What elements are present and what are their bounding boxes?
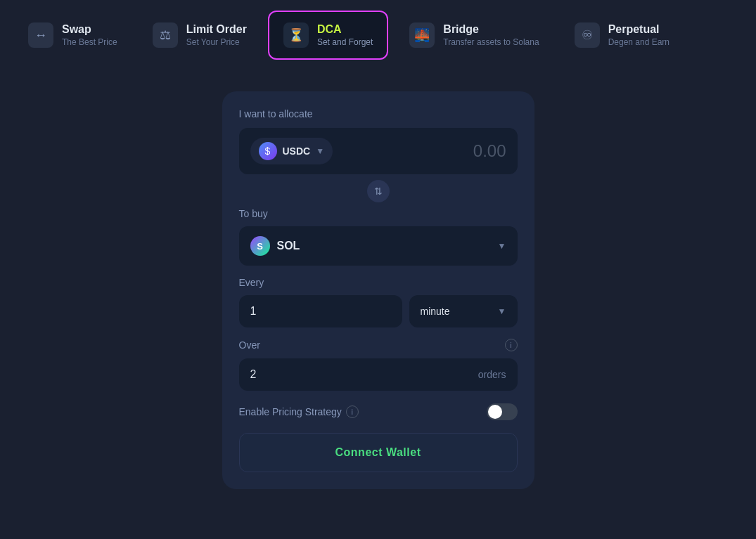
from-token-chevron: ▼ — [316, 146, 324, 156]
connect-wallet-button[interactable]: Connect Wallet — [239, 433, 518, 472]
allocate-label: I want to allocate — [239, 108, 518, 119]
swap-title: Swap — [62, 23, 117, 36]
nav-item-swap[interactable]: ↔ Swap The Best Price — [14, 11, 132, 60]
every-unit-label: minute — [421, 306, 450, 317]
perpetual-icon: ♾ — [575, 22, 600, 48]
pricing-info-icon[interactable]: i — [346, 405, 359, 418]
every-number-input[interactable] — [239, 295, 402, 327]
usdc-icon: $ — [259, 142, 277, 160]
nav-item-limit-order[interactable]: ⚖ Limit Order Set Your Price — [139, 11, 261, 60]
dca-form-card: I want to allocate $ USDC ▼ 0.00 ⇅ To bu… — [222, 91, 534, 489]
swap-arrow-row: ⇅ — [239, 180, 518, 202]
swap-subtitle: The Best Price — [62, 37, 117, 47]
from-token-selector[interactable]: $ USDC ▼ — [250, 138, 333, 164]
every-row: minute ▼ — [239, 295, 518, 327]
pricing-label: Enable Pricing Strategy — [239, 406, 342, 417]
nav-item-perpetual[interactable]: ♾ Perpetual Degen and Earn — [560, 11, 684, 60]
dca-title: DCA — [317, 23, 373, 36]
swap-icon: ↔ — [28, 22, 53, 48]
main-content: I want to allocate $ USDC ▼ 0.00 ⇅ To bu… — [0, 70, 756, 489]
bridge-icon: 🌉 — [409, 22, 435, 48]
to-token-symbol: SOL — [277, 240, 300, 252]
dca-icon: ⏳ — [283, 22, 309, 48]
nav-item-bridge[interactable]: 🌉 Bridge Transfer assets to Solana — [395, 11, 553, 60]
to-token-chevron: ▼ — [498, 241, 506, 251]
over-label-row: Over i — [239, 339, 518, 351]
limit-order-subtitle: Set Your Price — [186, 37, 247, 47]
bridge-title: Bridge — [443, 23, 539, 36]
over-info-icon[interactable]: i — [505, 339, 518, 351]
orders-label: orders — [478, 369, 506, 380]
allocate-amount: 0.00 — [473, 141, 506, 161]
every-unit-selector[interactable]: minute ▼ — [409, 295, 518, 327]
to-buy-label: To buy — [239, 208, 518, 219]
pricing-strategy-row: Enable Pricing Strategy i — [239, 403, 518, 420]
allocate-input-row: $ USDC ▼ 0.00 — [239, 128, 518, 174]
over-label: Over — [239, 339, 260, 351]
to-token-row[interactable]: S SOL ▼ — [239, 226, 518, 266]
sol-icon: S — [250, 236, 270, 256]
swap-direction-button[interactable]: ⇅ — [367, 180, 390, 202]
nav-bar: ↔ Swap The Best Price ⚖ Limit Order Set … — [0, 0, 756, 70]
every-label: Every — [239, 277, 518, 288]
limit-order-icon: ⚖ — [153, 22, 178, 48]
bridge-subtitle: Transfer assets to Solana — [443, 37, 539, 47]
perpetual-title: Perpetual — [608, 23, 669, 36]
dca-subtitle: Set and Forget — [317, 37, 373, 47]
nav-item-dca[interactable]: ⏳ DCA Set and Forget — [268, 11, 388, 60]
limit-order-title: Limit Order — [186, 23, 247, 36]
from-token-symbol: USDC — [283, 145, 311, 157]
over-input-row: orders — [239, 358, 518, 391]
over-number-input[interactable] — [250, 368, 391, 381]
toggle-knob — [488, 405, 502, 419]
pricing-toggle[interactable] — [487, 403, 518, 420]
every-unit-chevron: ▼ — [498, 306, 506, 316]
perpetual-subtitle: Degen and Earn — [608, 37, 669, 47]
